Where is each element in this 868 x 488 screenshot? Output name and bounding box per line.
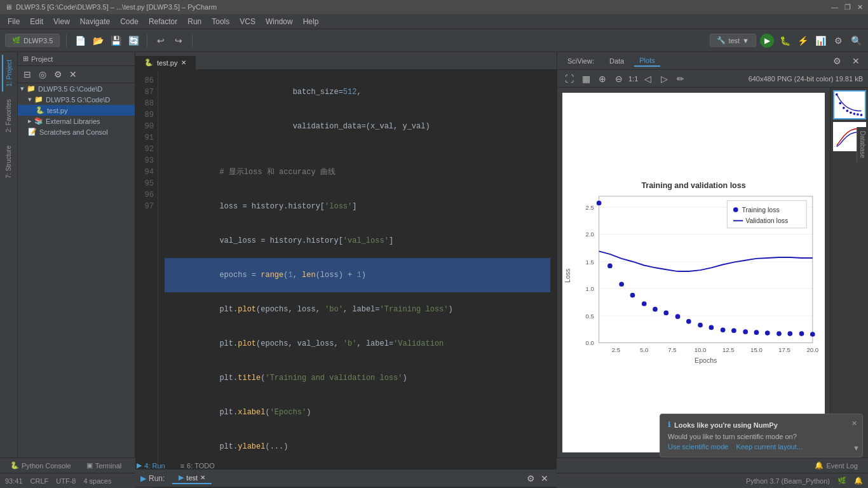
settings-btn[interactable]: ⚙ (831, 34, 845, 48)
code-line-94: plt.plot(epochs, val_loss, 'b', label='V… (165, 327, 550, 361)
run-tab-test[interactable]: ▶ test ✕ (172, 472, 212, 484)
open-file-btn[interactable]: 📂 (91, 34, 105, 48)
menu-file[interactable]: File (3, 16, 25, 27)
menu-window[interactable]: Window (261, 16, 298, 27)
lib-icon: 📚 (34, 117, 43, 125)
save-btn[interactable]: 💾 (109, 34, 123, 48)
maximize-button[interactable]: ❐ (844, 3, 851, 11)
bottom-tab-run[interactable]: ▶ 4: Run (132, 460, 170, 471)
sciview-tab-data[interactable]: Data (604, 56, 629, 66)
sciview-label: SciView: (562, 56, 599, 66)
undo-btn[interactable]: ↩ (154, 34, 168, 48)
svg-text:Training and validation loss: Training and validation loss (641, 181, 745, 190)
notification-close-btn[interactable]: ✕ (851, 419, 857, 428)
menu-vcs[interactable]: VCS (234, 16, 261, 27)
zoom-in-btn[interactable]: ⊕ (595, 72, 609, 86)
sciview-tab-plots[interactable]: Plots (634, 55, 660, 67)
tab-testpy[interactable]: 🐍 test.py ✕ (135, 56, 196, 69)
sidebar-tab-favorites[interactable]: 2: Favorites (3, 94, 15, 137)
project-selector[interactable]: 🌿 DLWP3.5 (5, 34, 60, 47)
statusbar-right: Python 3.7 (Beam_Python) 🌿 🔔 (746, 477, 863, 485)
svg-point-56 (853, 112, 856, 115)
svg-text:10.0: 10.0 (695, 346, 707, 353)
menu-edit[interactable]: Edit (25, 16, 48, 27)
locate-btn[interactable]: ◎ (36, 67, 50, 81)
sciview-body: Training and validation loss Loss Epochs… (557, 88, 868, 458)
svg-point-57 (857, 113, 859, 116)
code-line-95: plt.title('Training and validation loss'… (165, 361, 550, 395)
zoom-level: 1:1 (628, 75, 638, 83)
bottom-tab-todo[interactable]: ≡ 6: TODO (175, 461, 220, 471)
actual-size-btn[interactable]: ▦ (579, 72, 593, 86)
img-info: 640x480 PNG (24-bit color) 19.81 kB (749, 75, 863, 83)
notifications-icon[interactable]: 🔔 (854, 477, 863, 485)
indent-indicator[interactable]: 4 spaces (83, 477, 111, 485)
code-editor[interactable]: batch_size=512, validation_data=(x_val, … (158, 70, 557, 469)
run-config-icon: 🔧 (717, 36, 726, 44)
tree-item-project-sub[interactable]: ▾ 📁 DLWP3.5 G:\Code\D (18, 94, 135, 105)
editor-area: 🐍 test.py ✕ 86 87 88 89 90 91 92 93 94 9… (135, 52, 557, 469)
svg-text:Epochs: Epochs (695, 356, 717, 364)
bottom-tab-terminal[interactable]: ▣ Terminal (81, 460, 127, 471)
run-config-selector[interactable]: 🔧 test ▼ (710, 34, 756, 47)
tree-item-testpy[interactable]: 🐍 test.py (18, 105, 135, 116)
window-controls[interactable]: — ❐ ✕ (831, 3, 863, 11)
database-tab[interactable]: Database (857, 127, 868, 162)
sync-btn[interactable]: 🔄 (126, 34, 140, 48)
edit-btn[interactable]: ✏ (674, 72, 688, 86)
code-line-91: val_loss = history.history['val_loss'] (165, 224, 550, 258)
svg-point-52 (839, 102, 841, 105)
menu-view[interactable]: View (48, 16, 75, 27)
menu-code[interactable]: Code (115, 16, 144, 27)
menu-run[interactable]: Run (182, 16, 207, 27)
menu-help[interactable]: Help (298, 16, 324, 27)
notification-scroll-btn[interactable]: ▼ (853, 444, 860, 452)
zoom-out-btn[interactable]: ⊖ (612, 72, 626, 86)
sidebar-tab-structure[interactable]: 7: Structure (3, 140, 15, 184)
close-run-tab-icon[interactable]: ✕ (200, 474, 205, 481)
profile-btn[interactable]: ⚡ (796, 34, 810, 48)
minimize-button[interactable]: — (831, 3, 838, 11)
prev-btn[interactable]: ◁ (641, 72, 654, 86)
thumbnail-1[interactable] (833, 90, 866, 119)
event-log-tab[interactable]: 🔔 Event Log (810, 460, 863, 471)
menu-refactor[interactable]: Refactor (144, 16, 182, 27)
crlf-indicator[interactable]: CRLF (31, 477, 49, 485)
sidebar-tab-project[interactable]: 1: Project (2, 55, 15, 92)
encoding-indicator[interactable]: UTF-8 (56, 477, 76, 485)
menu-tools[interactable]: Tools (207, 16, 234, 27)
redo-btn[interactable]: ↪ (172, 34, 186, 48)
settings-panel-btn[interactable]: ⚙ (51, 67, 65, 81)
sciview-close-btn[interactable]: ✕ (849, 54, 863, 68)
close-tab-icon[interactable]: ✕ (181, 59, 186, 66)
run-settings-btn[interactable]: ⚙ (524, 471, 538, 485)
statusbar-left: 93:41 CRLF UTF-8 4 spaces (5, 477, 111, 485)
expand-icon: ⊞ (23, 55, 29, 63)
code-line-96: plt.xlabel('Epochs') (165, 395, 550, 430)
next-btn[interactable]: ▷ (657, 72, 671, 86)
python-interpreter[interactable]: Python 3.7 (Beam_Python) (746, 477, 830, 485)
svg-point-46 (733, 207, 738, 212)
svg-point-55 (850, 111, 852, 114)
svg-text:Training loss: Training loss (742, 206, 779, 214)
bottom-tab-python-console[interactable]: 🐍 Python Console (5, 460, 76, 471)
run-button[interactable]: ▶ (760, 34, 774, 48)
run-close-btn[interactable]: ✕ (538, 471, 552, 485)
coverage-btn[interactable]: 📊 (813, 34, 827, 48)
search-everywhere-btn[interactable]: 🔍 (849, 34, 863, 48)
use-scientific-mode-link[interactable]: Use scientific mode (668, 443, 728, 451)
tree-item-external-libs[interactable]: ▸ 📚 External Libraries (18, 116, 135, 126)
close-panel-btn[interactable]: ✕ (66, 67, 80, 81)
debug-btn[interactable]: 🐛 (778, 34, 792, 48)
keep-layout-link[interactable]: Keep current layout... (736, 443, 803, 451)
collapse-all-btn[interactable]: ⊟ (20, 67, 34, 81)
tree-item-project-root[interactable]: ▾ 📁 DLWP3.5 G:\Code\D (18, 83, 135, 94)
fit-page-btn[interactable]: ⛶ (562, 72, 576, 86)
close-button[interactable]: ✕ (857, 3, 863, 11)
menu-navigate[interactable]: Navigate (75, 16, 115, 27)
sciview-settings-btn[interactable]: ⚙ (830, 54, 844, 68)
tree-item-scratches[interactable]: 📝 Scratches and Consol (18, 126, 135, 137)
new-file-btn[interactable]: 📄 (73, 34, 87, 48)
svg-point-41 (776, 331, 782, 336)
python-console-icon: 🐍 (10, 461, 19, 470)
